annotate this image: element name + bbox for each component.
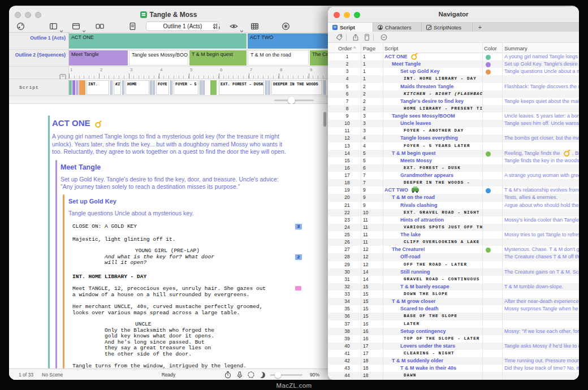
navigator-row[interactable]: 82HOME LIBRARY - PRESENT TIME: [328, 105, 579, 112]
focus-mode-icon[interactable]: [247, 371, 255, 379]
row-outline-item[interactable]: Tangle's desire to find key: [400, 98, 482, 105]
scene-color-segment[interactable]: [210, 80, 217, 95]
row-summary[interactable]: Did they lose track of time? No, it was: [504, 365, 579, 372]
tab-script[interactable]: Script: [328, 23, 373, 32]
scene-card[interactable]: DEEPER IN THE WOODS: [271, 80, 322, 95]
outline-selector[interactable]: Outline 1 (Acts): [146, 21, 219, 31]
row-scene-heading[interactable]: DEEPER IN THE WOODS -: [404, 179, 482, 187]
navigator-row[interactable]: 134FOYER - 5 YEARS LATER: [328, 142, 579, 150]
navigator-row[interactable]: 103Uncle leavesTangle sees him off. Uncl…: [328, 120, 579, 127]
table-grid-icon[interactable]: [250, 21, 260, 31]
row-outline-item[interactable]: Set up Gold Key: [400, 68, 482, 75]
scene-card[interactable]: EXT. FOREST - DUSK: [219, 80, 264, 95]
row-outline-item[interactable]: T & M begin quest: [392, 150, 482, 157]
navigator-row[interactable]: 187DEEPER IN THE WOODS -: [328, 179, 579, 187]
row-summary[interactable]: Mossy's kinda cooler than Tangle thou: [504, 216, 579, 224]
script-page[interactable]: ACT ONE A young girl named Tangle longs …: [9, 104, 328, 369]
navigator-row[interactable]: 3215T & M barely escapeT & M tumble down…: [328, 283, 579, 291]
row-outline-item[interactable]: Off-road: [400, 253, 482, 261]
script-block-act[interactable]: Tangle turns from the window, intrigued …: [72, 363, 328, 369]
scene-card[interactable]: FOYER - 5: [174, 80, 198, 95]
tag-icon[interactable]: [335, 33, 343, 41]
navigator-row[interactable]: 4418DAWN: [328, 372, 579, 379]
filter-icon[interactable]: [380, 33, 388, 41]
chevron-down-icon[interactable]: [59, 25, 63, 28]
navigator-row[interactable]: 199ACT TWO T & M's relationship evolves …: [328, 187, 579, 194]
document-icon[interactable]: [363, 33, 371, 41]
row-color-dot[interactable]: [486, 60, 494, 68]
editor-scrollbar[interactable]: [323, 112, 326, 127]
row-outline-item[interactable]: T & M barely escape: [400, 283, 482, 291]
row-outline-item[interactable]: Tangle sees Mossy/BOOM: [392, 112, 482, 120]
navigator-row[interactable]: 72Tangle's desire to find keyTangle keep…: [328, 98, 579, 105]
row-scene-heading[interactable]: GRAVEL ROAD - CONTINUOUS: [404, 276, 482, 283]
navigator-row[interactable]: 4218T & M suddenly olderTime running out…: [328, 357, 579, 365]
row-outline-item[interactable]: The Creature!: [392, 246, 482, 253]
row-outline-item[interactable]: ACT TWO: [384, 187, 482, 194]
navigator-row[interactable]: 2812Off-roadThe Creature chases T & M of…: [328, 253, 579, 261]
outline-bar[interactable]: Meet Tangle: [69, 50, 128, 66]
slider-knob[interactable]: [275, 372, 281, 378]
slider-knob[interactable]: [288, 97, 295, 104]
navigator-row[interactable]: 2611CLIFF OVERLOOKING A LAKE -: [328, 239, 579, 246]
navigator-row[interactable]: 4017Lovers under the starsTangle asks Mo…: [328, 343, 579, 350]
scene-color-segment[interactable]: [76, 80, 79, 95]
navigator-row[interactable]: 166EXT. FOREST - DUSK: [328, 164, 579, 172]
row-outline-item[interactable]: The lake: [400, 231, 482, 239]
row-summary[interactable]: A young girl named Tangle longs to fin: [504, 53, 579, 60]
navigator-row[interactable]: 4318T & M wake in their 40sDid they lose…: [328, 365, 579, 372]
row-outline-item[interactable]: ACT ONE: [384, 53, 482, 60]
navigator-row[interactable]: 113FOYER - ANOTHER DAY: [328, 127, 579, 135]
row-scene-heading[interactable]: DOWN THE SLOPE: [404, 291, 482, 298]
navigator-row[interactable]: 209T & M on the roadTests, allies & enem…: [328, 194, 579, 201]
script-block-mono[interactable]: CLOSE ON: A GOLD KEY3: [72, 224, 328, 230]
row-summary[interactable]: Mysterious. Chase. T & M don't get a: [504, 246, 579, 253]
outline-bar[interactable]: Tangle sees Mossy/BOOM: [129, 50, 188, 66]
navigator-row[interactable]: 3014Still runningThe Creature gains on T…: [328, 268, 579, 276]
row-outline-item[interactable]: T & M on the road: [392, 194, 482, 201]
row-summary[interactable]: T & M's relationship evolves from riva: [504, 187, 579, 194]
row-color-dot[interactable]: [486, 150, 494, 157]
row-scene-heading[interactable]: FOYER - ANOTHER DAY: [404, 127, 482, 135]
row-summary[interactable]: Tangle keeps quiet about the maids, b: [504, 98, 579, 105]
add-tab-button[interactable]: +: [473, 23, 487, 32]
script-block-p1[interactable]: A young girl named Tangle longs to find …: [52, 133, 305, 156]
row-scene-heading[interactable]: HOME LIBRARY - PRESENT TIME: [404, 105, 482, 112]
script-block-scene[interactable]: INT. HOME LIBRARY - DAY: [72, 274, 328, 280]
navigator-row[interactable]: 31Set up Gold KeyTangle questions Uncle …: [328, 68, 579, 75]
tab-characters[interactable]: Characters: [373, 23, 422, 32]
row-outline-item[interactable]: Lovers under the stars: [400, 343, 482, 350]
row-scene-heading[interactable]: CLEARING - NIGHT: [404, 350, 482, 357]
navigator-row[interactable]: 3315DOWN THE SLOPE: [328, 291, 579, 298]
script-block-char[interactable]: YOUNG GIRL (PRE-LAP): [135, 248, 328, 254]
navigator-row[interactable]: 3114GRAVEL ROAD - CONTINUOUS: [328, 276, 579, 283]
row-summary[interactable]: The Creature chases T & M off the ro: [504, 253, 579, 261]
row-summary[interactable]: Tangle finds the key in the woods, but: [504, 157, 579, 164]
navigator-row[interactable]: 145T & M begin questReeling, Tangle find…: [328, 150, 579, 157]
navigator-row[interactable]: 2712The Creature!Mysterious. Chase. T & …: [328, 246, 579, 253]
row-outline-item[interactable]: Hints of attraction: [400, 216, 482, 224]
row-scene-heading[interactable]: KITCHEN - NIGHT (FLASHBACK): [404, 90, 482, 98]
row-outline-item[interactable]: Meets Mossy: [400, 157, 482, 164]
navigator-row[interactable]: 3515Scared to deathMossy surprises Tangl…: [328, 305, 579, 313]
scene-color-segment[interactable]: [72, 80, 75, 95]
script-block-dlgi[interactable]: And what is the key for? What door will …: [105, 254, 328, 266]
outline-bar[interactable]: The Creature!: [310, 50, 328, 66]
chevron-down-icon[interactable]: [240, 25, 244, 28]
row-summary[interactable]: Reeling, Tangle finds the . But mee: [504, 150, 579, 157]
navigator-row[interactable]: 52Maids threaten TangleFlashback: Tangle…: [328, 83, 579, 90]
row-color-dot[interactable]: [486, 246, 494, 253]
sidebar-panel-icon[interactable]: [49, 21, 58, 31]
navigator-row[interactable]: 124Tangle loses everythingThe bombs get …: [328, 135, 579, 142]
collaboration-icon[interactable]: [16, 21, 25, 31]
navigator-row[interactable]: 3816Setup contingencyMossy: "If we lose …: [328, 328, 579, 335]
row-summary[interactable]: Tangle questions Uncle about a myste: [504, 68, 579, 75]
column-order[interactable]: Order ^: [338, 45, 356, 51]
scriptnote-flag-icon[interactable]: [295, 286, 301, 291]
row-summary[interactable]: Set up Gold Key. Tangle's desire to fin: [504, 60, 579, 68]
script-block-act[interactable]: Her merchant UNCLE, 40s, curved mustache…: [72, 304, 328, 316]
row-scene-heading[interactable]: CLIFF OVERLOOKING A LAKE -: [404, 239, 482, 246]
row-scene-heading[interactable]: LATER: [404, 320, 482, 328]
row-summary[interactable]: Mossy tries to get Tangle to refresh in: [504, 231, 579, 239]
row-outline-item[interactable]: T & M grow closer: [392, 298, 482, 305]
